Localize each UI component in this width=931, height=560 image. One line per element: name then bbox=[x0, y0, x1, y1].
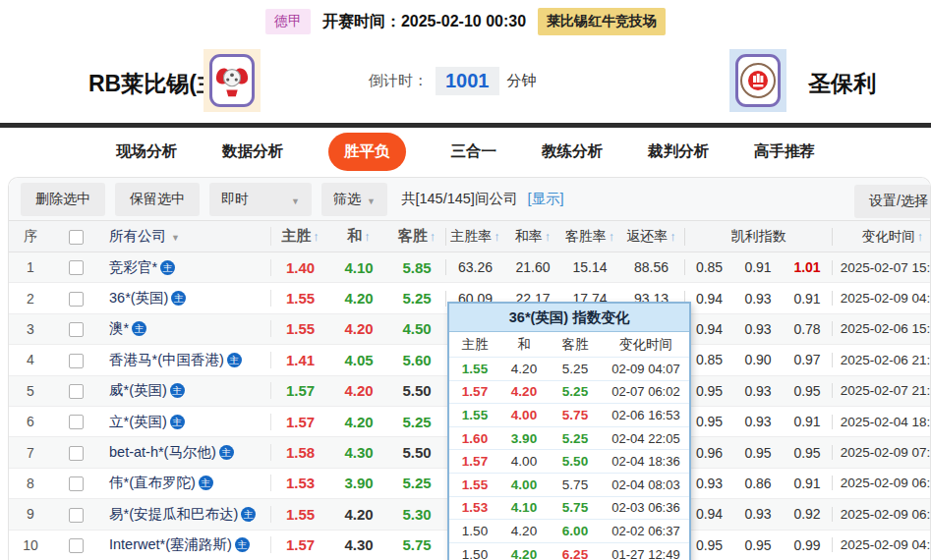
change-time-cell: 2025-02-06 15:25 bbox=[832, 321, 931, 336]
company-cell[interactable]: 易*(安提瓜和巴布达)主 bbox=[99, 505, 270, 524]
header-away-rate-label: 客胜率 bbox=[565, 228, 615, 244]
payout-rate-cell: 88.56 bbox=[618, 259, 684, 275]
odds-home-cell: 1.58 bbox=[270, 444, 329, 461]
primary-badge-icon: 主 bbox=[219, 445, 234, 460]
header-kelly: 凯利指数 bbox=[684, 228, 832, 246]
popup-row: 1.574.205.2502-07 06:02 bbox=[449, 380, 689, 404]
tab-1[interactable]: 现场分析 bbox=[116, 141, 177, 162]
odds-away-cell: 5.25 bbox=[388, 290, 445, 307]
row-checkbox[interactable] bbox=[69, 322, 84, 337]
kelly-draw-cell: 0.86 bbox=[733, 476, 783, 491]
popup-home-odds: 1.50 bbox=[449, 524, 500, 538]
row-checkbox[interactable] bbox=[69, 354, 84, 368]
popup-home-odds: 1.50 bbox=[449, 547, 500, 560]
kelly-away-cell: 1.01 bbox=[783, 259, 832, 275]
row-checkbox[interactable] bbox=[69, 446, 84, 461]
row-checkbox[interactable] bbox=[69, 384, 84, 399]
primary-badge-icon: 主 bbox=[132, 321, 146, 336]
show-link[interactable]: [显示] bbox=[527, 190, 563, 208]
kelly-away-cell: 0.91 bbox=[783, 291, 832, 307]
tab-3[interactable]: 胜平负 bbox=[328, 133, 406, 171]
header-home-rate[interactable]: 主胜率 bbox=[445, 228, 504, 246]
header-home-odds[interactable]: 主胜 bbox=[270, 227, 329, 246]
company-cell[interactable]: 伟*(直布罗陀)主 bbox=[99, 474, 270, 492]
kelly-away-cell: 0.91 bbox=[783, 476, 832, 491]
popup-row: 1.554.005.7502-06 16:53 bbox=[449, 403, 689, 426]
away-logo-frame bbox=[735, 54, 781, 107]
company-name: 香港马*(中国香港) bbox=[109, 352, 224, 367]
tab-2[interactable]: 数据分析 bbox=[222, 141, 283, 162]
kelly-home-cell: 0.95 bbox=[684, 537, 733, 553]
odds-draw-cell: 4.20 bbox=[329, 290, 388, 307]
popup-change-time: 02-04 18:36 bbox=[603, 454, 689, 469]
row-checkbox-cell bbox=[52, 320, 99, 338]
row-checkbox[interactable] bbox=[69, 415, 84, 429]
popup-away-odds: 5.25 bbox=[548, 384, 603, 399]
row-seq: 9 bbox=[9, 506, 52, 522]
popup-row: 1.534.105.7502-03 06:36 bbox=[449, 496, 689, 520]
select-all-checkbox[interactable] bbox=[69, 230, 84, 245]
header-company-label: 所有公司 bbox=[109, 228, 166, 244]
header-draw-label: 和 bbox=[347, 227, 371, 244]
company-name: 立*(英国) bbox=[109, 414, 167, 429]
settings-button[interactable]: 设置/选择 bbox=[854, 185, 931, 218]
change-time-cell: 2025-02-09 06:19 bbox=[832, 507, 931, 522]
company-cell[interactable]: 36*(英国)主 bbox=[99, 289, 270, 308]
company-cell[interactable]: 竞彩官*主 bbox=[99, 258, 270, 277]
tab-6[interactable]: 裁判分析 bbox=[648, 141, 709, 162]
draw-rate-cell: 21.60 bbox=[504, 259, 561, 275]
delete-selected-button[interactable]: 删除选中 bbox=[21, 183, 105, 216]
kickoff-label: 开赛时间： bbox=[322, 13, 401, 29]
kickoff-time: 开赛时间：2025-02-10 00:30 bbox=[322, 12, 526, 32]
odds-draw-cell: 4.10 bbox=[329, 259, 388, 276]
countdown-unit: 分钟 bbox=[507, 72, 537, 90]
header-draw-rate-label: 和率 bbox=[515, 228, 552, 244]
time-mode-dropdown[interactable]: 即时 bbox=[209, 183, 312, 216]
kelly-draw-cell: 0.90 bbox=[733, 352, 783, 367]
company-cell[interactable]: 香港马*(中国香港)主 bbox=[99, 351, 270, 369]
tab-7[interactable]: 高手推荐 bbox=[754, 141, 815, 162]
company-filter-caret-icon[interactable] bbox=[166, 228, 180, 244]
popup-away-odds: 5.75 bbox=[548, 500, 603, 515]
tab-5[interactable]: 教练分析 bbox=[542, 141, 603, 162]
popup-title: 36*(英国) 指数变化 bbox=[449, 304, 689, 332]
header-draw-rate[interactable]: 和率 bbox=[504, 228, 561, 246]
kelly-home-cell: 0.95 bbox=[684, 414, 733, 429]
teams-header: RB莱比锡(主) 倒计时： 1001 分钟 bbox=[0, 43, 931, 123]
odds-draw-cell: 4.20 bbox=[329, 382, 388, 399]
popup-change-time: 02-03 06:36 bbox=[603, 500, 689, 515]
row-checkbox[interactable] bbox=[69, 538, 84, 553]
kelly-draw-cell: 0.93 bbox=[733, 291, 783, 307]
company-name: Interwet*(塞浦路斯) bbox=[109, 536, 232, 552]
header-away-odds[interactable]: 客胜 bbox=[388, 227, 445, 246]
row-seq: 6 bbox=[9, 414, 52, 429]
header-away-rate[interactable]: 客胜率 bbox=[561, 228, 618, 246]
keep-selected-button[interactable]: 保留选中 bbox=[115, 183, 200, 216]
kelly-away-cell: 0.99 bbox=[783, 537, 832, 553]
row-checkbox[interactable] bbox=[69, 292, 84, 307]
company-cell[interactable]: bet-at-h*(马尔他)主 bbox=[99, 443, 270, 462]
row-checkbox[interactable] bbox=[69, 476, 84, 491]
header-draw-odds[interactable]: 和 bbox=[329, 227, 388, 246]
filter-dropdown[interactable]: 筛选 bbox=[321, 183, 387, 216]
row-checkbox-cell bbox=[52, 258, 99, 276]
change-time-cell: 2025-02-09 04:02 bbox=[832, 537, 931, 552]
header-home-rate-label: 主胜率 bbox=[450, 228, 500, 244]
odds-home-cell: 1.57 bbox=[270, 414, 329, 430]
row-seq: 8 bbox=[9, 476, 52, 491]
popup-home-odds: 1.60 bbox=[449, 431, 500, 446]
header-seq: 序 bbox=[9, 228, 52, 246]
kelly-away-cell: 0.97 bbox=[783, 352, 832, 367]
company-cell[interactable]: Interwet*(塞浦路斯)主 bbox=[99, 535, 270, 554]
popup-draw-odds: 4.20 bbox=[500, 362, 548, 376]
header-change-time[interactable]: 变化时间 bbox=[832, 228, 931, 246]
company-cell[interactable]: 威*(英国)主 bbox=[99, 381, 270, 400]
odds-away-cell: 5.25 bbox=[388, 414, 445, 430]
company-cell[interactable]: 立*(英国)主 bbox=[99, 413, 270, 431]
header-payout-rate[interactable]: 返还率 bbox=[618, 228, 684, 246]
tab-4[interactable]: 三合一 bbox=[451, 141, 497, 162]
company-cell[interactable]: 澳*主 bbox=[99, 319, 270, 338]
row-checkbox[interactable] bbox=[69, 260, 84, 275]
row-checkbox[interactable] bbox=[69, 508, 84, 523]
kelly-draw-cell: 0.95 bbox=[733, 445, 783, 461]
